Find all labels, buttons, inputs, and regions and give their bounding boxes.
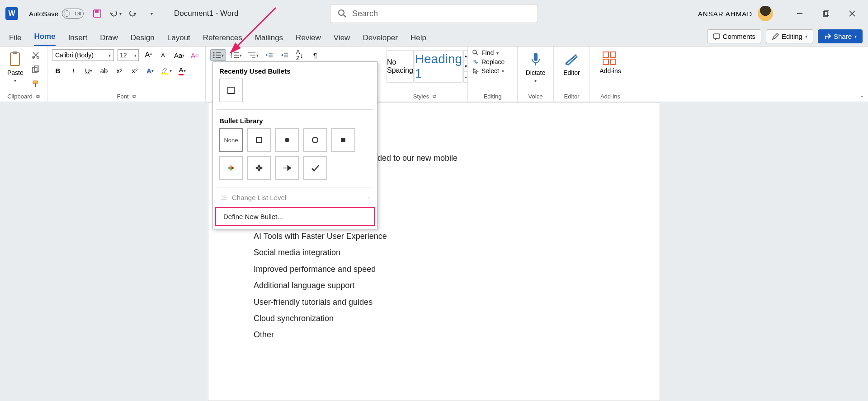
addins-button[interactable]: Add-ins [594,49,626,76]
decrease-indent-button[interactable] [263,49,275,61]
svg-line-3 [344,15,346,17]
tab-help[interactable]: Help [410,33,426,46]
show-marks-button[interactable]: ¶ [309,49,321,61]
minimize-button[interactable] [789,5,810,22]
tab-layout[interactable]: Layout [167,33,190,46]
styles-group-label: Styles [413,93,429,100]
ribbon: Paste ▾ Clipboard ⧉ Calibri (Body)▾ 12▾ … [0,46,868,102]
bullet-hollow-square[interactable] [247,128,271,152]
shrink-font-button[interactable]: Aˇ [158,49,170,61]
style-heading-1[interactable]: Heading 1 [415,50,462,83]
bullet-4-diamond-color[interactable] [219,156,243,180]
tab-review[interactable]: Review [296,33,321,46]
styles-launcher[interactable]: ⧉ [433,93,436,99]
editing-mode-button[interactable]: Editing ▾ [766,29,813,43]
font-name-select[interactable]: Calibri (Body)▾ [52,49,114,61]
search-icon [338,9,347,18]
tab-developer[interactable]: Developer [363,33,398,46]
bullet-square[interactable] [331,128,355,152]
svg-rect-50 [341,138,345,142]
bullet-none[interactable]: None [219,128,243,152]
share-icon [824,33,831,40]
search-placeholder: Search [352,9,378,19]
user-avatar[interactable] [758,6,773,21]
undo-button[interactable]: ▾ [109,7,122,20]
styles-scroll-up[interactable]: ▴ [464,51,467,61]
tab-references[interactable]: References [203,33,242,46]
autosave-toggle[interactable]: Off [62,9,84,19]
text-effects-button[interactable]: A▾ [144,65,156,76]
tab-insert[interactable]: Insert [68,33,88,46]
comment-icon [713,33,720,40]
bullets-button[interactable]: ▾ [210,49,226,61]
redo-button[interactable] [127,7,140,20]
tab-file[interactable]: File [9,33,21,46]
clipboard-launcher[interactable]: ⧉ [36,93,40,99]
user-name[interactable]: ANSAR AHMAD [698,10,752,18]
font-color-button[interactable]: A▾ [176,65,188,76]
subscript-button[interactable]: x2 [113,65,125,76]
increase-indent-button[interactable] [278,49,290,61]
collapse-ribbon-button[interactable]: ⌄ [860,91,863,99]
qat-customize-button[interactable]: ▾ [145,7,158,20]
tab-draw[interactable]: Draw [100,33,118,46]
tab-view[interactable]: View [334,33,350,46]
bullet-4-diamond[interactable] [247,156,271,180]
bullet-checkmark[interactable] [303,156,327,180]
comments-button[interactable]: Comments [707,29,762,43]
recent-bullet-hollow-square[interactable] [219,79,243,102]
tab-mailings[interactable]: Mailings [255,33,283,46]
strikethrough-button[interactable]: ab [98,65,110,76]
replace-button[interactable]: Replace [472,58,513,65]
paste-button[interactable]: Paste ▾ [5,49,26,85]
close-button[interactable] [842,5,863,22]
select-button[interactable]: Select▾ [472,67,513,75]
svg-rect-11 [13,51,17,54]
maximize-button[interactable] [816,5,836,22]
bullet-library-header: Bullet Library [213,112,377,128]
font-launcher[interactable]: ⧉ [132,93,136,99]
highlight-button[interactable]: ▾ [160,65,173,76]
bullet-circle[interactable] [303,128,327,152]
document-area: AI Tools with Faster User Experience Soc… [0,102,868,401]
change-case-button[interactable]: Aa▾ [173,49,185,61]
italic-button[interactable]: I [67,65,79,76]
font-size-select[interactable]: 12▾ [118,49,139,61]
bullet-disc[interactable] [275,128,299,152]
autosave-control[interactable]: AutoSave Off [29,9,84,19]
cut-button[interactable] [30,49,42,61]
svg-point-18 [213,52,215,54]
clear-formatting-button[interactable]: A◇ [189,49,201,61]
autosave-label: AutoSave [29,10,58,18]
format-painter-button[interactable] [30,78,42,90]
svg-point-20 [213,55,215,56]
voice-group-label: Voice [528,93,543,100]
underline-button[interactable]: U▾ [83,65,94,76]
doc-partial-line: ded to our new mobile [377,154,461,163]
svg-point-39 [473,50,476,54]
styles-expand[interactable]: ⌄ [464,72,467,82]
multilevel-list-button[interactable]: ▾ [246,49,259,61]
tab-design[interactable]: Design [131,33,155,46]
bold-button[interactable]: B [52,65,64,76]
svg-rect-42 [603,52,609,57]
style-no-spacing[interactable]: No Spacing [387,50,414,83]
dictate-button[interactable]: Dictate▾ [522,49,549,85]
grow-font-button[interactable]: A^ [142,49,154,61]
svg-text:3: 3 [231,56,232,59]
define-new-bullet-item[interactable]: Define New Bullet... [216,208,374,225]
tab-home[interactable]: Home [34,32,55,46]
sort-button[interactable]: AZ↓ [294,49,306,61]
doc-line: AI Tools with Faster User Experience [254,229,614,243]
copy-button[interactable] [30,64,42,75]
find-button[interactable]: Find▾ [472,49,513,56]
search-box[interactable]: Search [330,4,538,23]
svg-rect-43 [610,52,616,57]
numbering-button[interactable]: 123 ▾ [230,49,243,61]
styles-scroll-down[interactable]: ▾ [464,61,467,71]
editor-button[interactable]: Editor [558,49,585,78]
bullet-arrow[interactable] [275,156,299,180]
save-button[interactable] [91,7,104,20]
superscript-button[interactable]: x2 [129,65,141,76]
share-button[interactable]: Share ▾ [818,29,863,43]
